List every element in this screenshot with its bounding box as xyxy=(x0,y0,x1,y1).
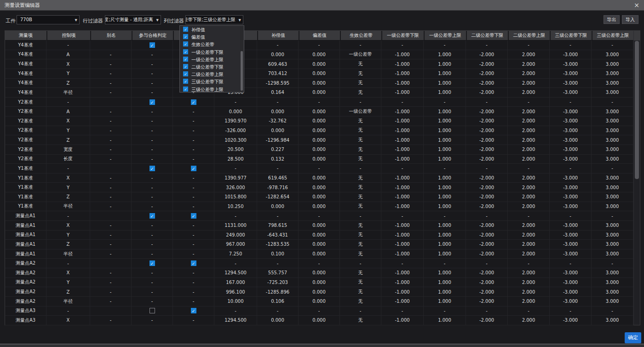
table-cell[interactable]: -1.000 xyxy=(381,278,424,288)
table-cell[interactable]: -1.000 xyxy=(381,316,424,325)
table-cell[interactable]: - xyxy=(173,240,214,249)
table-cell[interactable]: - xyxy=(90,202,132,212)
table-cell[interactable]: 2.000 xyxy=(508,116,550,126)
table-cell[interactable]: 无 xyxy=(340,249,381,259)
table-cell[interactable]: -978.716 xyxy=(257,183,299,192)
table-cell[interactable]: -326.000 xyxy=(214,126,257,136)
table-cell[interactable]: 609.463 xyxy=(257,59,299,69)
table-cell[interactable]: 无 xyxy=(340,202,381,212)
table-cell[interactable]: 测量点A3 xyxy=(5,307,46,316)
table-cell[interactable]: Z xyxy=(46,192,90,202)
table-cell[interactable]: - xyxy=(132,249,173,259)
table-cell[interactable]: - xyxy=(550,307,592,316)
table-cell[interactable]: - xyxy=(46,211,90,221)
table-cell[interactable]: Z xyxy=(46,287,90,297)
table-cell[interactable]: - xyxy=(381,307,424,316)
table-cell[interactable]: 1294.500 xyxy=(214,316,257,325)
table-cell[interactable]: - xyxy=(424,307,466,316)
table-cell[interactable]: -1.000 xyxy=(381,240,424,249)
table-cell[interactable]: - xyxy=(90,231,132,240)
table-cell[interactable]: 0.000 xyxy=(299,202,340,212)
table-cell[interactable]: - xyxy=(173,287,214,297)
table-cell[interactable]: Y xyxy=(46,126,90,136)
table-cell[interactable]: -1.000 xyxy=(381,88,424,98)
checkbox-checked-icon[interactable]: ✓ xyxy=(191,99,196,105)
table-cell[interactable]: -3.000 xyxy=(550,69,592,79)
table-cell[interactable]: 3.000 xyxy=(592,145,633,155)
table-cell[interactable]: - xyxy=(466,211,508,221)
table-cell[interactable]: - xyxy=(424,259,466,268)
table-cell[interactable]: -1.000 xyxy=(381,126,424,136)
table-cell[interactable]: - xyxy=(214,164,257,174)
table-cell[interactable]: Y2基准 xyxy=(5,155,46,164)
table-cell[interactable] xyxy=(90,259,132,268)
table-cell[interactable]: -2.000 xyxy=(466,268,508,278)
table-cell[interactable]: 无 xyxy=(340,69,381,79)
table-cell[interactable]: Z xyxy=(46,135,90,145)
table-cell[interactable]: Y1基准 xyxy=(5,192,46,202)
checkbox-checked-icon[interactable]: ✓ xyxy=(183,34,188,39)
table-cell[interactable]: - xyxy=(132,268,173,278)
table-cell[interactable]: - xyxy=(424,40,466,50)
table-cell[interactable]: 967.000 xyxy=(214,240,257,249)
table-cell[interactable]: 1.000 xyxy=(424,50,466,60)
table-cell[interactable]: 1.000 xyxy=(424,231,466,240)
table-cell[interactable]: 无 xyxy=(340,59,381,69)
table-cell[interactable]: -3.000 xyxy=(550,297,592,307)
table-cell[interactable]: 0.000 xyxy=(299,50,340,60)
table-cell[interactable]: 2.000 xyxy=(508,221,550,231)
table-cell[interactable]: 无 xyxy=(340,192,381,202)
table-cell[interactable]: - xyxy=(90,155,132,164)
table-cell[interactable]: -1.000 xyxy=(381,192,424,202)
table-cell[interactable]: -3.000 xyxy=(550,145,592,155)
table-cell[interactable]: - xyxy=(257,164,299,174)
checkbox-checked-icon[interactable]: ✓ xyxy=(191,308,196,313)
table-cell[interactable]: -2.000 xyxy=(466,240,508,249)
table-cell[interactable]: -2.000 xyxy=(466,59,508,69)
table-cell[interactable]: - xyxy=(46,259,90,268)
table-cell[interactable]: - xyxy=(46,98,90,107)
table-cell[interactable]: - xyxy=(132,50,173,60)
table-cell[interactable]: - xyxy=(132,202,173,212)
table-cell[interactable]: 3.000 xyxy=(592,183,633,192)
column-filter-combo[interactable]: 三级公差带下限;三级公差带上限 ▼ xyxy=(185,15,243,24)
table-cell[interactable]: 0.000 xyxy=(299,174,340,183)
column-header[interactable]: 测量项 xyxy=(5,31,46,40)
table-cell[interactable]: A xyxy=(46,50,90,60)
checkbox-checked-icon[interactable]: ✓ xyxy=(191,213,196,219)
table-cell[interactable]: - xyxy=(466,259,508,268)
table-cell[interactable]: 2.000 xyxy=(508,50,550,60)
table-cell[interactable]: - xyxy=(90,69,132,79)
table-cell[interactable]: - xyxy=(508,40,550,50)
table-cell[interactable]: - xyxy=(173,116,214,126)
table-cell[interactable]: 测量点A3 xyxy=(5,316,46,325)
table-cell[interactable]: - xyxy=(381,211,424,221)
table-cell[interactable]: -2.000 xyxy=(466,231,508,240)
table-cell[interactable]: - xyxy=(132,240,173,249)
table-cell[interactable]: 3.000 xyxy=(592,221,633,231)
table-cell[interactable]: -2.000 xyxy=(466,50,508,60)
table-cell[interactable]: - xyxy=(550,259,592,268)
table-cell[interactable]: - xyxy=(132,135,173,145)
table-cell[interactable]: 0.000 xyxy=(299,297,340,307)
table-cell[interactable]: - xyxy=(257,40,299,50)
table-cell[interactable]: 测量点A1 xyxy=(5,221,46,231)
table-cell[interactable]: 0.000 xyxy=(299,116,340,126)
table-cell[interactable]: -3.000 xyxy=(550,79,592,88)
table-cell[interactable]: 2.000 xyxy=(508,155,550,164)
table-cell[interactable]: 1.000 xyxy=(424,221,466,231)
table-cell[interactable]: -2.000 xyxy=(466,316,508,325)
table-cell[interactable]: 2.000 xyxy=(508,287,550,297)
table-cell[interactable]: ✓ xyxy=(132,98,173,107)
table-cell[interactable]: - xyxy=(340,164,381,174)
table-cell[interactable]: - xyxy=(132,59,173,69)
checkbox-checked-icon[interactable]: ✓ xyxy=(191,260,196,266)
table-cell[interactable]: - xyxy=(299,98,340,107)
table-cell[interactable]: - xyxy=(550,211,592,221)
table-cell[interactable]: - xyxy=(132,316,173,325)
table-cell[interactable]: 测量点A2 xyxy=(5,259,46,268)
table-cell[interactable]: - xyxy=(173,231,214,240)
table-cell[interactable]: -2.000 xyxy=(466,155,508,164)
table-cell[interactable]: Y4基准 xyxy=(5,40,46,50)
table-cell[interactable]: - xyxy=(466,307,508,316)
